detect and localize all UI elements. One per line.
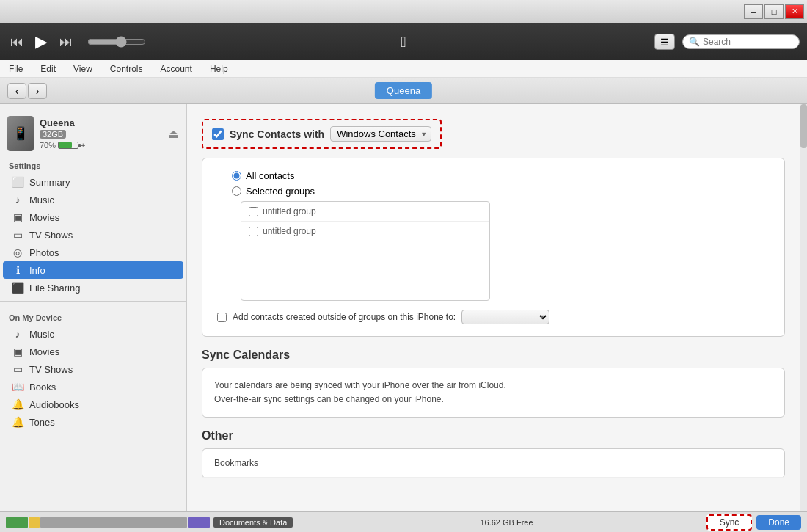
sidebar-item-device-movies[interactable]: ▣ Movies: [3, 343, 183, 360]
add-contacts-label: Add contacts created outside of groups o…: [233, 312, 456, 322]
menu-view[interactable]: View: [70, 62, 95, 76]
list-icon: ☰: [660, 37, 669, 48]
prev-button[interactable]: ⏮: [7, 32, 26, 53]
apple-logo: : [401, 34, 406, 51]
sync-contacts-header: Sync Contacts with Windows Contacts: [202, 119, 442, 149]
contact-radio-group: All contacts Selected groups: [217, 170, 770, 197]
sidebar-item-filesharing[interactable]: ⬛ File Sharing: [3, 279, 183, 296]
sidebar: 📱 Queena 32GB 70% + ⏏ Settings ⬜ Su: [0, 104, 187, 511]
back-button[interactable]: ‹: [7, 83, 26, 99]
menu-account[interactable]: Account: [158, 62, 195, 76]
groups-list: untitled group untitled group: [241, 201, 490, 301]
list-view-button[interactable]: ☰: [654, 34, 675, 50]
sidebar-item-device-audiobooks[interactable]: 🔔 Audiobooks: [3, 396, 183, 413]
sidebar-label-movies: Movies: [29, 212, 59, 223]
bookmarks-row: Bookmarks: [202, 449, 784, 478]
selected-groups-row: Selected groups: [232, 186, 770, 197]
sync-calendars-title: Sync Calendars: [202, 349, 785, 362]
close-button[interactable]: ✕: [785, 4, 804, 19]
device-name: Queena: [40, 117, 162, 128]
sidebar-item-device-tones[interactable]: 🔔 Tones: [3, 413, 183, 431]
other-box: Bookmarks: [202, 448, 785, 478]
scrollbar-thumb[interactable]: [800, 104, 807, 148]
group-item-2: untitled group: [241, 222, 489, 241]
sidebar-item-device-books[interactable]: 📖 Books: [3, 378, 183, 396]
sidebar-item-device-music[interactable]: ♪ Music: [3, 325, 183, 343]
sidebar-label-music: Music: [29, 194, 54, 205]
summary-icon: ⬜: [12, 176, 23, 188]
device-capacity: 32GB: [40, 130, 66, 139]
play-button[interactable]: ▶: [32, 29, 51, 54]
add-contacts-select[interactable]: [461, 310, 549, 324]
sidebar-item-photos[interactable]: ◎ Photos: [3, 244, 183, 261]
volume-slider[interactable]: [87, 36, 146, 48]
eject-icon[interactable]: ⏏: [168, 127, 179, 141]
sync-contacts-label: Sync Contacts with: [230, 128, 324, 140]
windows-contacts-wrapper: Windows Contacts: [330, 126, 431, 142]
sidebar-item-summary[interactable]: ⬜ Summary: [3, 173, 183, 191]
device-button[interactable]: Queena: [375, 82, 432, 99]
menu-file[interactable]: File: [6, 62, 26, 76]
menu-edit[interactable]: Edit: [37, 62, 59, 76]
windows-contacts-select[interactable]: Windows Contacts: [330, 126, 431, 142]
sidebar-item-tvshows[interactable]: ▭ TV Shows: [3, 226, 183, 244]
filesharing-icon: ⬛: [12, 282, 23, 294]
menu-help[interactable]: Help: [207, 62, 231, 76]
group-checkbox-2[interactable]: [249, 227, 258, 236]
sidebar-item-music[interactable]: ♪ Music: [3, 191, 183, 208]
search-icon: 🔍: [689, 37, 700, 47]
other-section: Other Bookmarks: [202, 429, 785, 478]
other-title: Other: [202, 429, 785, 442]
tvshows-icon: ▭: [12, 229, 23, 241]
all-contacts-radio[interactable]: [232, 171, 241, 181]
sidebar-label-filesharing: File Sharing: [29, 283, 80, 294]
maximize-button[interactable]: □: [764, 4, 784, 19]
storage-yellow: [29, 517, 40, 528]
forward-button[interactable]: ›: [28, 83, 47, 99]
calendar-info-1: Your calendars are being synced with you…: [214, 379, 773, 393]
group-checkbox-1[interactable]: [249, 207, 258, 216]
sidebar-item-movies[interactable]: ▣ Movies: [3, 208, 183, 226]
sidebar-item-device-tvshows[interactable]: ▭ TV Shows: [3, 360, 183, 378]
device-battery: 70% +: [40, 141, 162, 150]
sync-contacts-checkbox[interactable]: [212, 128, 224, 140]
transport-bar: ⏮ ▶ ⏭  ☰ 🔍: [0, 23, 807, 60]
sidebar-item-info[interactable]: ℹ Info: [3, 261, 183, 279]
right-scrollbar[interactable]: [800, 104, 807, 511]
window-controls: – □ ✕: [744, 4, 804, 19]
all-contacts-row: All contacts: [232, 170, 770, 181]
device-music-icon: ♪: [12, 328, 23, 340]
sidebar-label-device-music: Music: [29, 329, 54, 340]
calendar-info-2: Over-the-air sync settings can be change…: [214, 393, 773, 407]
sidebar-label-device-books: Books: [29, 382, 56, 393]
sidebar-label-device-audiobooks: Audiobooks: [29, 399, 79, 410]
free-storage-label: 16.62 GB Free: [308, 518, 704, 527]
sync-button[interactable]: Sync: [706, 514, 753, 531]
nav-bar: ‹ › Queena: [0, 78, 807, 104]
minimize-button[interactable]: –: [744, 4, 763, 19]
selected-groups-radio[interactable]: [232, 186, 241, 196]
sidebar-label-info: Info: [29, 265, 45, 276]
device-info: Queena 32GB 70% +: [40, 117, 162, 150]
battery-fill: [59, 142, 72, 148]
sidebar-label-device-movies: Movies: [29, 346, 59, 357]
device-tones-icon: 🔔: [12, 416, 23, 428]
battery-bar: [58, 142, 78, 149]
menu-controls[interactable]: Controls: [107, 62, 146, 76]
group-item-1: untitled group: [241, 202, 489, 222]
storage-gray: [40, 517, 187, 528]
add-contacts-checkbox[interactable]: [217, 313, 227, 322]
all-contacts-label: All contacts: [246, 170, 294, 181]
search-input[interactable]: [703, 37, 793, 47]
storage-purple: [188, 517, 210, 528]
bottom-bar: Documents & Data 16.62 GB Free Sync Done: [0, 511, 807, 532]
add-contacts-row: Add contacts created outside of groups o…: [217, 310, 770, 324]
device-thumbnail: 📱: [7, 116, 34, 151]
main-layout: 📱 Queena 32GB 70% + ⏏ Settings ⬜ Su: [0, 104, 807, 511]
next-button[interactable]: ⏭: [56, 32, 76, 53]
selected-groups-label: Selected groups: [246, 186, 315, 197]
calendars-info-box: Your calendars are being synced with you…: [202, 368, 785, 418]
group-label-2: untitled group: [263, 226, 316, 236]
title-bar: – □ ✕: [0, 0, 807, 23]
done-button[interactable]: Done: [756, 515, 801, 530]
